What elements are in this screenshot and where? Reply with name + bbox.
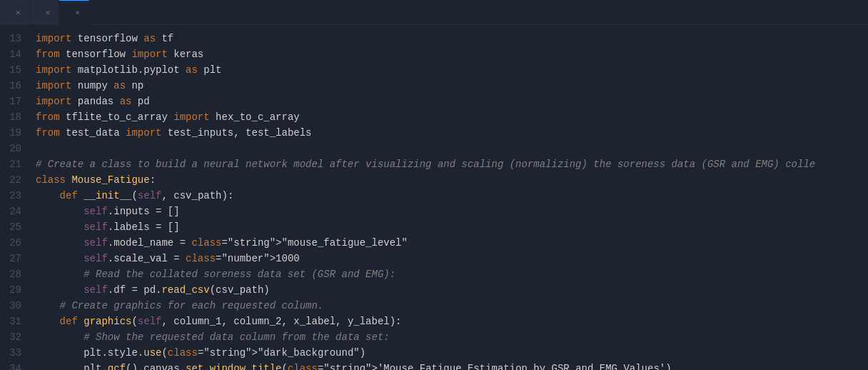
code-line [36,141,868,156]
code-line: from tflite_to_c_array import hex_to_c_a… [36,109,868,125]
line-number: 30 [0,298,21,314]
line-number: 31 [0,314,21,329]
code-content[interactable]: import tensorflow as tffrom tensorflow i… [30,25,868,370]
code-line: import tensorflow as tf [36,31,868,46]
tab-main[interactable]: ✕ [0,0,30,25]
line-number: 14 [0,46,21,62]
line-number: 17 [0,94,21,109]
line-number: 19 [0,125,21,141]
line-number: 29 [0,282,21,298]
line-number: 34 [0,361,21,370]
line-number: 16 [0,78,21,94]
tab-main-close[interactable]: ✕ [16,8,21,17]
code-line: from test_data import test_inputs, test_… [36,125,868,141]
code-editor: 1314151617181920212223242526272829303132… [0,25,868,370]
code-line: class Mouse_Fatigue: [36,172,868,188]
code-line: self.model_name = class="string">"mouse_… [36,235,868,251]
line-number: 18 [0,109,21,125]
code-line: plt.gcf().canvas.set_window_title(class=… [36,361,868,370]
line-number: 26 [0,235,21,251]
code-line: self.df = pd.read_csv(csv_path) [36,282,868,298]
line-number: 27 [0,251,21,266]
code-line: # Show the requested data column from th… [36,329,868,345]
code-line: # Create graphics for each requested col… [36,298,868,314]
code-line: from tensorflow import keras [36,46,868,62]
tab-tflite-close[interactable]: ✕ [75,8,80,17]
code-line: import pandas as pd [36,94,868,109]
line-number: 33 [0,345,21,361]
code-line: self.inputs = [] [36,204,868,219]
line-number: 21 [0,156,21,172]
line-number: 32 [0,329,21,345]
code-line: # Create a class to build a neural netwo… [36,156,868,172]
line-numbers: 1314151617181920212223242526272829303132… [0,25,30,370]
code-line: def __init__(self, csv_path): [36,188,868,204]
tab-tflite[interactable]: ✕ [59,0,89,25]
code-line: import matplotlib.pyplot as plt [36,62,868,78]
line-number: 23 [0,188,21,204]
code-line: self.labels = [] [36,219,868,235]
code-line: import numpy as np [36,78,868,94]
tab-test-close[interactable]: ✕ [46,8,51,17]
line-number: 13 [0,31,21,46]
tab-test[interactable]: ✕ [30,0,60,25]
line-number: 28 [0,266,21,282]
line-number: 15 [0,62,21,78]
code-line: self.scale_val = class="number">1000 [36,251,868,266]
code-line: def graphics(self, column_1, column_2, x… [36,314,868,329]
line-number: 20 [0,141,21,156]
line-number: 22 [0,172,21,188]
tab-bar: ✕ ✕ ✕ [0,0,868,25]
code-line: # Read the collated soreness data set (G… [36,266,868,282]
line-number: 24 [0,204,21,219]
code-line: plt.style.use(class="string">"dark_backg… [36,345,868,361]
line-number: 25 [0,219,21,235]
